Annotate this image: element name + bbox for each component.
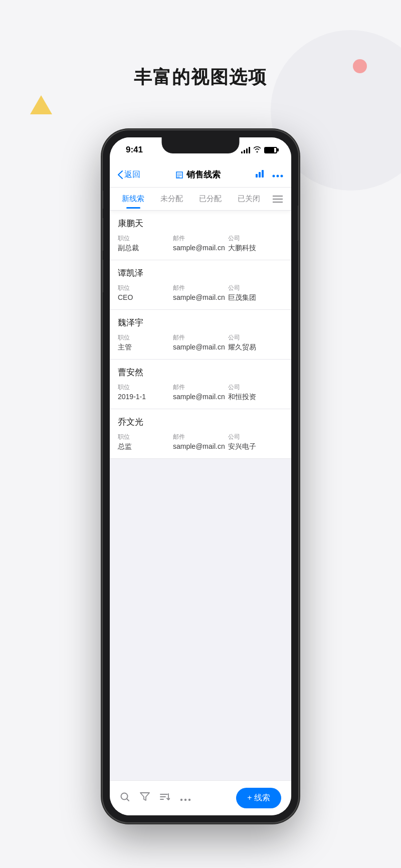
contact-fields: 职位 总监 邮件 sample@mail.cn 公司 安兴电子 <box>118 433 283 451</box>
volume-up-button <box>103 218 103 251</box>
svg-point-11 <box>184 799 186 801</box>
tab-menu-button[interactable] <box>268 196 287 203</box>
battery-icon <box>264 147 277 153</box>
contact-fields: 职位 CEO 邮件 sample@mail.cn 公司 巨茂集团 <box>118 284 283 302</box>
tab-assigned[interactable]: 已分配 <box>191 189 230 209</box>
list-item[interactable]: 乔文光 职位 总监 邮件 sample@mail.cn 公司 安兴电子 <box>110 409 291 459</box>
search-icon[interactable] <box>120 792 130 804</box>
contact-name: 谭凯泽 <box>118 267 283 279</box>
list-item[interactable]: 曹安然 职位 2019-1-1 邮件 sample@mail.cn 公司 和恒投… <box>110 360 291 409</box>
power-button <box>298 206 298 241</box>
contact-name: 康鹏天 <box>118 218 283 229</box>
nav-title: 销售线索 <box>175 169 221 181</box>
notch <box>162 137 240 153</box>
contact-name: 曹安然 <box>118 367 283 378</box>
tab-new-leads[interactable]: 新线索 <box>114 189 152 209</box>
phone-frame: 9:41 <box>103 130 298 822</box>
nav-back-button[interactable]: 返回 <box>118 169 140 180</box>
list-item[interactable]: 康鹏天 职位 副总裁 邮件 sample@mail.cn 公司 大鹏科技 <box>110 211 291 260</box>
sort-icon[interactable] <box>160 792 170 804</box>
list-item[interactable]: 魏泽宇 职位 主管 邮件 sample@mail.cn 公司 耀久贸易 <box>110 310 291 360</box>
svg-rect-1 <box>259 172 261 178</box>
svg-point-10 <box>180 799 182 801</box>
volume-down-button <box>103 260 103 292</box>
wifi-icon <box>253 146 261 154</box>
svg-point-12 <box>188 799 190 801</box>
contact-fields: 职位 副总裁 邮件 sample@mail.cn 公司 大鹏科技 <box>118 234 283 253</box>
more-button[interactable] <box>272 169 283 180</box>
status-time: 9:41 <box>126 145 143 155</box>
tab-unassigned[interactable]: 未分配 <box>152 189 191 209</box>
contacts-list: 康鹏天 职位 副总裁 邮件 sample@mail.cn 公司 大鹏科技 <box>110 211 291 780</box>
tabs-bar: 新线索 未分配 已分配 已关闭 <box>110 188 291 211</box>
status-icons <box>241 146 277 154</box>
tab-closed[interactable]: 已关闭 <box>230 189 268 209</box>
chart-icon-button[interactable] <box>255 169 265 181</box>
more-options-icon[interactable] <box>180 792 191 804</box>
contact-name: 魏泽宇 <box>118 317 283 328</box>
nav-actions <box>255 169 283 181</box>
bg-triangle-decoration <box>30 95 52 114</box>
nav-back-label: 返回 <box>124 169 140 180</box>
list-item[interactable]: 谭凯泽 职位 CEO 邮件 sample@mail.cn 公司 巨茂集团 <box>110 260 291 310</box>
nav-bar: 返回 销售线索 <box>110 162 291 188</box>
contact-fields: 职位 2019-1-1 邮件 sample@mail.cn 公司 和恒投资 <box>118 383 283 402</box>
signal-icon <box>241 146 250 153</box>
add-lead-button[interactable]: + 线索 <box>236 788 281 808</box>
bottom-toolbar: + 线索 <box>110 780 291 815</box>
contact-fields: 职位 主管 邮件 sample@mail.cn 公司 耀久贸易 <box>118 333 283 352</box>
svg-rect-0 <box>256 174 258 178</box>
phone-screen: 9:41 <box>110 137 291 815</box>
svg-rect-2 <box>262 170 264 178</box>
filter-icon[interactable] <box>140 792 150 804</box>
svg-point-4 <box>277 175 279 178</box>
page-title: 丰富的视图选项 <box>0 65 401 90</box>
contact-name: 乔文光 <box>118 416 283 428</box>
svg-point-5 <box>281 175 283 178</box>
mute-button <box>103 191 103 209</box>
svg-point-3 <box>273 175 275 178</box>
